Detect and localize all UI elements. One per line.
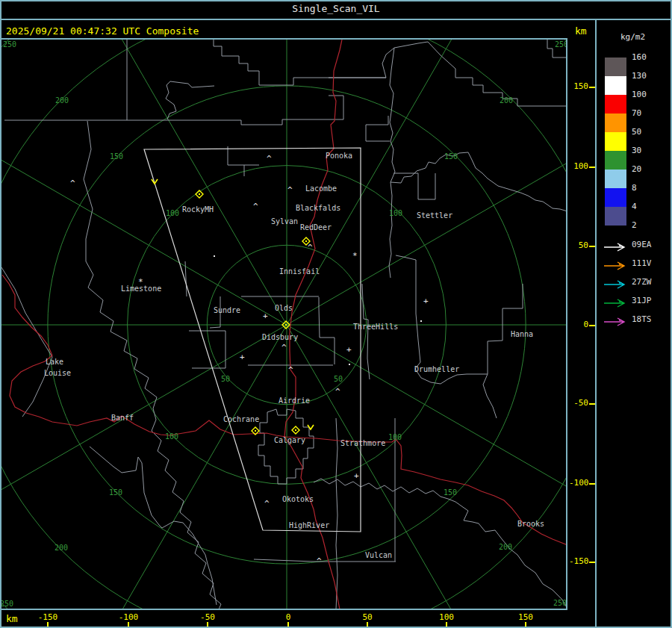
range-ring-label: 150 — [444, 152, 458, 161]
bottom-axis-tick-label: -100 — [112, 612, 145, 622]
caret-marker-icon: ^ — [287, 185, 293, 195]
city-label: Lake — [46, 358, 63, 366]
azimuth-radial — [1, 40, 566, 609]
range-ring-label: 150 — [110, 152, 123, 161]
range-ring-label: 250 — [553, 599, 566, 607]
legend-panel: kg/m2 1601301007050302084209EA111V27ZW31… — [595, 20, 672, 627]
city-label: HighRiver — [289, 521, 329, 529]
right-axis-tick-label: 100 — [569, 161, 588, 171]
radar-map-canvas[interactable]: 2502001501002502001501005010015020025050… — [1, 40, 566, 609]
dot-marker-icon — [420, 320, 422, 322]
legend-threshold-label: 100 — [632, 89, 662, 101]
legend-threshold-label: 2 — [632, 220, 662, 231]
legend-color-swatch — [605, 188, 626, 207]
caret-marker-icon: ^ — [253, 202, 258, 211]
caret-marker-icon: ^ — [70, 178, 75, 188]
titlebar-divider — [0, 19, 672, 20]
bottom-axis-tick — [367, 622, 368, 627]
radar-site-dot — [295, 429, 296, 431]
city-label: Ponoka — [326, 152, 352, 160]
track-arrow-icon — [603, 240, 627, 249]
radar-map-frame: 2502001501002502001501005010015020025050… — [0, 38, 567, 610]
city-label: Louise — [44, 369, 71, 377]
radar-site-dot — [255, 430, 256, 432]
city-label: Drumheller — [414, 365, 459, 373]
track-arrow-icon — [603, 259, 627, 268]
city-label: Hanna — [511, 330, 533, 338]
radar-site-dot — [285, 324, 287, 326]
track-id-label: 111V — [632, 258, 666, 270]
right-axis-tick — [589, 562, 595, 563]
city-label: Olds — [275, 304, 293, 312]
city-label: Vulcan — [365, 551, 392, 559]
city-label: Strathmore — [340, 439, 385, 447]
range-ring-label: 250 — [555, 40, 566, 49]
bottom-axis-tick-label: -50 — [191, 612, 224, 622]
range-ring — [1, 40, 566, 609]
city-label: Cochrane — [223, 415, 259, 423]
legend-color-swatch — [605, 76, 626, 95]
legend-color-swatch — [605, 170, 626, 188]
range-ring-label: 50 — [334, 375, 343, 383]
bottom-axis-tick — [525, 622, 526, 627]
window-border-top — [0, 0, 672, 1]
city-label: Lacombe — [305, 184, 337, 193]
range-ring-label: 100 — [166, 209, 179, 217]
plus-marker-icon: + — [354, 471, 359, 481]
right-axis-tick — [589, 87, 595, 88]
range-ring-label: 250 — [1, 600, 13, 608]
right-axis-tick — [589, 403, 595, 405]
legend-threshold-label: 50 — [632, 126, 662, 138]
right-axis: 150100500-50-100-150 — [569, 38, 596, 610]
city-label: Airdrie — [279, 397, 310, 405]
range-ring-label: 200 — [500, 96, 513, 105]
bottom-axis-tick-label: 50 — [351, 612, 384, 622]
bottom-axis-tick — [47, 622, 49, 627]
city-label: Blackfalds — [296, 204, 340, 212]
plus-marker-icon: + — [263, 311, 268, 321]
star-marker-icon: * — [138, 277, 143, 287]
range-ring-label: 100 — [388, 433, 402, 441]
bottom-axis-tick-label: 100 — [430, 612, 463, 622]
legend-threshold-label: 160 — [632, 52, 662, 63]
track-arrow-icon — [603, 278, 627, 287]
caret-marker-icon: ^ — [335, 387, 340, 397]
azimuth-radial — [1, 40, 566, 609]
radar-app-window: Single_Scan_VIL 2025/09/21 00:47:32 UTC … — [0, 0, 672, 628]
range-ring-label: 100 — [389, 209, 402, 217]
legend-color-swatch — [605, 132, 626, 151]
range-ring-label: 150 — [109, 488, 122, 497]
city-label: Sylvan — [271, 217, 298, 226]
legend-threshold-label: 130 — [632, 70, 662, 82]
range-ring-label: 200 — [55, 544, 68, 552]
right-axis-tick-label: -150 — [569, 556, 588, 566]
radar-site-dot — [199, 193, 200, 195]
right-axis-tick-label: -50 — [569, 398, 588, 408]
legend-unit-label: kg/m2 — [620, 32, 645, 42]
track-arrow-icon — [603, 315, 627, 324]
right-axis-tick — [589, 325, 595, 326]
right-axis-tick — [589, 167, 595, 168]
range-ring-label: 150 — [444, 488, 457, 497]
legend-color-swatch — [605, 114, 626, 132]
track-id-label: 31JP — [632, 295, 666, 307]
city-label: Banff — [111, 414, 134, 422]
bottom-axis-tick — [287, 622, 289, 627]
bottom-axis-tick — [446, 622, 447, 627]
bottom-axis-tick-label: 0 — [272, 612, 305, 622]
radar-site-dot — [305, 240, 307, 242]
legend-threshold-label: 30 — [632, 145, 662, 157]
right-axis-tick — [589, 483, 595, 485]
range-ring — [1, 40, 566, 609]
caret-marker-icon: ^ — [267, 154, 272, 164]
caret-marker-icon: ^ — [288, 365, 293, 375]
city-label: Brooks — [517, 520, 544, 528]
caret-marker-icon: ^ — [281, 343, 287, 352]
right-axis-tick-label: 50 — [569, 240, 588, 250]
range-ring-label: 200 — [499, 543, 512, 551]
bottom-axis-unit-label: km — [6, 613, 18, 624]
range-rings-layer — [1, 40, 566, 609]
plus-marker-icon: + — [346, 345, 352, 355]
range-ring-label: 250 — [3, 40, 16, 49]
right-axis-tick-label: 150 — [569, 81, 588, 91]
